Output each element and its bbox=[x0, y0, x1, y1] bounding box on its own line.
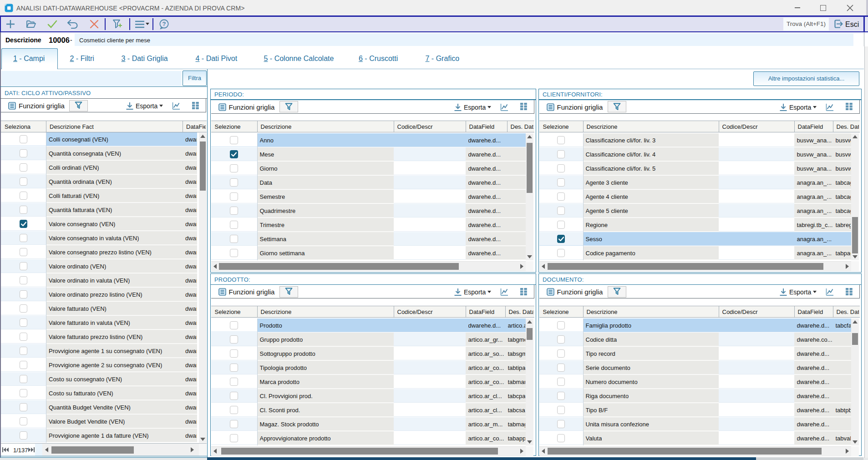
svg-text:?: ? bbox=[162, 20, 166, 27]
